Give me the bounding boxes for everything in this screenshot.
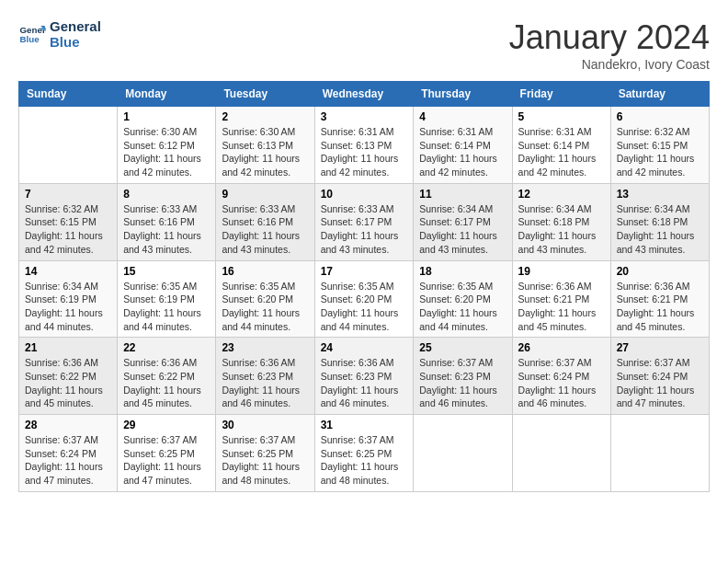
day-info: Sunrise: 6:35 AM Sunset: 6:19 PM Dayligh… bbox=[123, 280, 210, 334]
day-info: Sunrise: 6:37 AM Sunset: 6:25 PM Dayligh… bbox=[123, 433, 210, 488]
calendar-cell: 18Sunrise: 6:35 AM Sunset: 6:20 PM Dayli… bbox=[414, 260, 512, 338]
day-info: Sunrise: 6:31 AM Sunset: 6:13 PM Dayligh… bbox=[321, 125, 408, 179]
calendar-cell: 4Sunrise: 6:31 AM Sunset: 6:14 PM Daylig… bbox=[414, 107, 512, 184]
day-info: Sunrise: 6:37 AM Sunset: 6:25 PM Dayligh… bbox=[321, 433, 408, 488]
day-number: 26 bbox=[518, 341, 605, 354]
calendar-cell: 29Sunrise: 6:37 AM Sunset: 6:25 PM Dayli… bbox=[118, 415, 216, 492]
calendar-cell: 16Sunrise: 6:35 AM Sunset: 6:20 PM Dayli… bbox=[216, 260, 314, 338]
calendar-cell: 25Sunrise: 6:37 AM Sunset: 6:23 PM Dayli… bbox=[414, 338, 512, 415]
day-info: Sunrise: 6:36 AM Sunset: 6:23 PM Dayligh… bbox=[321, 356, 408, 410]
calendar-cell bbox=[19, 107, 118, 184]
day-number: 19 bbox=[518, 265, 605, 278]
logo: General Blue General Blue bbox=[18, 18, 101, 50]
day-number: 31 bbox=[321, 419, 408, 431]
day-info: Sunrise: 6:31 AM Sunset: 6:14 PM Dayligh… bbox=[518, 125, 605, 179]
calendar-cell: 2Sunrise: 6:30 AM Sunset: 6:13 PM Daylig… bbox=[216, 107, 314, 184]
day-number: 21 bbox=[25, 341, 111, 354]
calendar-cell: 20Sunrise: 6:36 AM Sunset: 6:21 PM Dayli… bbox=[610, 260, 709, 338]
day-info: Sunrise: 6:33 AM Sunset: 6:17 PM Dayligh… bbox=[321, 202, 408, 257]
day-number: 23 bbox=[222, 341, 308, 354]
day-info: Sunrise: 6:30 AM Sunset: 6:12 PM Dayligh… bbox=[123, 125, 210, 179]
day-info: Sunrise: 6:34 AM Sunset: 6:17 PM Dayligh… bbox=[419, 202, 506, 257]
calendar-table: SundayMondayTuesdayWednesdayThursdayFrid… bbox=[18, 81, 710, 492]
day-header-monday: Monday bbox=[118, 82, 216, 107]
day-number: 30 bbox=[222, 419, 308, 431]
day-info: Sunrise: 6:34 AM Sunset: 6:18 PM Dayligh… bbox=[518, 202, 605, 257]
day-info: Sunrise: 6:30 AM Sunset: 6:13 PM Dayligh… bbox=[222, 125, 308, 179]
day-number: 9 bbox=[222, 188, 308, 201]
calendar-cell bbox=[414, 415, 512, 492]
calendar-cell: 5Sunrise: 6:31 AM Sunset: 6:14 PM Daylig… bbox=[512, 107, 610, 184]
day-info: Sunrise: 6:37 AM Sunset: 6:24 PM Dayligh… bbox=[518, 356, 605, 410]
calendar-cell: 11Sunrise: 6:34 AM Sunset: 6:17 PM Dayli… bbox=[414, 183, 512, 260]
day-number: 11 bbox=[419, 188, 506, 201]
day-number: 14 bbox=[25, 265, 111, 278]
day-header-wednesday: Wednesday bbox=[314, 82, 414, 107]
calendar-cell: 26Sunrise: 6:37 AM Sunset: 6:24 PM Dayli… bbox=[512, 338, 610, 415]
day-info: Sunrise: 6:37 AM Sunset: 6:24 PM Dayligh… bbox=[617, 356, 703, 410]
day-number: 28 bbox=[25, 419, 111, 431]
calendar-cell: 10Sunrise: 6:33 AM Sunset: 6:17 PM Dayli… bbox=[314, 183, 414, 260]
calendar-cell: 8Sunrise: 6:33 AM Sunset: 6:16 PM Daylig… bbox=[118, 183, 216, 260]
calendar-cell: 22Sunrise: 6:36 AM Sunset: 6:22 PM Dayli… bbox=[118, 338, 216, 415]
day-number: 27 bbox=[617, 341, 703, 354]
day-info: Sunrise: 6:36 AM Sunset: 6:22 PM Dayligh… bbox=[25, 356, 111, 410]
logo-general: General bbox=[50, 18, 101, 34]
day-info: Sunrise: 6:36 AM Sunset: 6:21 PM Dayligh… bbox=[518, 280, 605, 334]
calendar-cell: 30Sunrise: 6:37 AM Sunset: 6:25 PM Dayli… bbox=[216, 415, 314, 492]
calendar-cell bbox=[512, 415, 610, 492]
calendar-cell: 23Sunrise: 6:36 AM Sunset: 6:23 PM Dayli… bbox=[216, 338, 314, 415]
day-info: Sunrise: 6:36 AM Sunset: 6:23 PM Dayligh… bbox=[222, 356, 308, 410]
day-header-thursday: Thursday bbox=[414, 82, 512, 107]
calendar-cell: 14Sunrise: 6:34 AM Sunset: 6:19 PM Dayli… bbox=[19, 260, 118, 338]
day-info: Sunrise: 6:35 AM Sunset: 6:20 PM Dayligh… bbox=[321, 280, 408, 334]
calendar-cell: 24Sunrise: 6:36 AM Sunset: 6:23 PM Dayli… bbox=[314, 338, 414, 415]
logo-icon: General Blue bbox=[18, 20, 46, 48]
day-header-tuesday: Tuesday bbox=[216, 82, 314, 107]
day-number: 10 bbox=[321, 188, 408, 201]
day-number: 15 bbox=[123, 265, 210, 278]
day-header-friday: Friday bbox=[512, 82, 610, 107]
calendar-cell bbox=[610, 415, 709, 492]
day-info: Sunrise: 6:35 AM Sunset: 6:20 PM Dayligh… bbox=[419, 280, 506, 334]
day-info: Sunrise: 6:37 AM Sunset: 6:24 PM Dayligh… bbox=[25, 433, 111, 488]
calendar-cell: 15Sunrise: 6:35 AM Sunset: 6:19 PM Dayli… bbox=[118, 260, 216, 338]
day-number: 22 bbox=[123, 341, 210, 354]
calendar-cell: 21Sunrise: 6:36 AM Sunset: 6:22 PM Dayli… bbox=[19, 338, 118, 415]
calendar-cell: 12Sunrise: 6:34 AM Sunset: 6:18 PM Dayli… bbox=[512, 183, 610, 260]
calendar-cell: 27Sunrise: 6:37 AM Sunset: 6:24 PM Dayli… bbox=[610, 338, 709, 415]
logo-blue: Blue bbox=[50, 34, 101, 50]
calendar-cell: 17Sunrise: 6:35 AM Sunset: 6:20 PM Dayli… bbox=[314, 260, 414, 338]
page-header: General Blue General Blue January 2024 N… bbox=[18, 18, 710, 72]
day-info: Sunrise: 6:36 AM Sunset: 6:21 PM Dayligh… bbox=[617, 280, 703, 334]
day-number: 7 bbox=[25, 188, 111, 201]
calendar-cell: 1Sunrise: 6:30 AM Sunset: 6:12 PM Daylig… bbox=[118, 107, 216, 184]
day-info: Sunrise: 6:33 AM Sunset: 6:16 PM Dayligh… bbox=[222, 202, 308, 257]
month-title: January 2024 bbox=[509, 18, 710, 57]
day-number: 3 bbox=[321, 110, 408, 123]
day-info: Sunrise: 6:34 AM Sunset: 6:18 PM Dayligh… bbox=[617, 202, 703, 257]
calendar-cell: 3Sunrise: 6:31 AM Sunset: 6:13 PM Daylig… bbox=[314, 107, 414, 184]
calendar-cell: 6Sunrise: 6:32 AM Sunset: 6:15 PM Daylig… bbox=[610, 107, 709, 184]
day-number: 1 bbox=[123, 110, 210, 123]
calendar-cell: 13Sunrise: 6:34 AM Sunset: 6:18 PM Dayli… bbox=[610, 183, 709, 260]
day-number: 4 bbox=[419, 110, 506, 123]
calendar-cell: 28Sunrise: 6:37 AM Sunset: 6:24 PM Dayli… bbox=[19, 415, 118, 492]
title-block: January 2024 Nandekro, Ivory Coast bbox=[509, 18, 710, 72]
day-info: Sunrise: 6:35 AM Sunset: 6:20 PM Dayligh… bbox=[222, 280, 308, 334]
day-info: Sunrise: 6:36 AM Sunset: 6:22 PM Dayligh… bbox=[123, 356, 210, 410]
day-number: 29 bbox=[123, 419, 210, 431]
calendar-cell: 31Sunrise: 6:37 AM Sunset: 6:25 PM Dayli… bbox=[314, 415, 414, 492]
day-number: 8 bbox=[123, 188, 210, 201]
day-info: Sunrise: 6:37 AM Sunset: 6:23 PM Dayligh… bbox=[419, 356, 506, 410]
day-header-sunday: Sunday bbox=[19, 82, 118, 107]
day-number: 6 bbox=[617, 110, 703, 123]
day-number: 12 bbox=[518, 188, 605, 201]
day-number: 17 bbox=[321, 265, 408, 278]
day-info: Sunrise: 6:34 AM Sunset: 6:19 PM Dayligh… bbox=[25, 280, 111, 334]
day-number: 25 bbox=[419, 341, 506, 354]
day-number: 5 bbox=[518, 110, 605, 123]
day-number: 24 bbox=[321, 341, 408, 354]
calendar-cell: 9Sunrise: 6:33 AM Sunset: 6:16 PM Daylig… bbox=[216, 183, 314, 260]
day-info: Sunrise: 6:32 AM Sunset: 6:15 PM Dayligh… bbox=[617, 125, 703, 179]
